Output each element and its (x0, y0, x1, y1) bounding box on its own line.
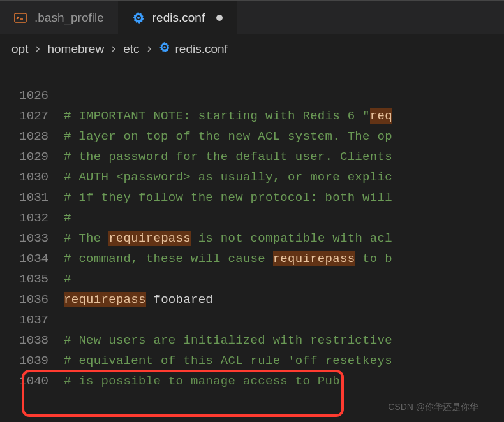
line-number: 1031 (0, 191, 64, 205)
code-content: # the password for the default user. Cli… (64, 150, 392, 164)
gear-icon (132, 11, 145, 24)
code-content: # New users are initialized with restric… (64, 333, 392, 347)
breadcrumb-item[interactable]: etc (123, 42, 139, 56)
line-number: 1030 (0, 170, 64, 184)
code-line[interactable]: 1026 (0, 85, 504, 106)
code-line[interactable]: 1031# if they follow the new protocol: b… (0, 187, 504, 208)
breadcrumb-item[interactable]: homebrew (47, 42, 104, 56)
code-content: requirepass foobared (64, 293, 213, 307)
code-content: # (64, 211, 71, 225)
code-line[interactable]: 1033# The requirepass is not compatible … (0, 228, 504, 249)
tab-bash-profile[interactable]: .bash_profile (0, 1, 118, 34)
code-line[interactable]: 1032# (0, 208, 504, 228)
code-line[interactable]: 1030# AUTH <password> as usually, or mor… (0, 167, 504, 187)
breadcrumb[interactable]: opt homebrew etc redis.conf (0, 35, 504, 62)
line-number: 1039 (0, 354, 64, 368)
dirty-indicator-icon (216, 15, 223, 21)
code-content: # command, these will cause requirepass … (64, 252, 392, 266)
tab-label: redis.conf (152, 11, 205, 25)
code-line[interactable]: 1027# IMPORTANT NOTE: starting with Redi… (0, 106, 504, 126)
breadcrumb-item[interactable]: redis.conf (175, 42, 228, 56)
line-number: 1037 (0, 313, 64, 327)
code-line[interactable]: 1035# (0, 269, 504, 289)
code-line[interactable]: 1029# the password for the default user.… (0, 147, 504, 167)
line-number: 1029 (0, 150, 64, 164)
code-content: # is possible to manage access to Pub (64, 374, 340, 388)
code-content: # layer on top of the new ACL system. Th… (64, 129, 392, 143)
line-number: 1040 (0, 374, 64, 388)
gear-icon (159, 41, 170, 56)
terminal-icon (14, 11, 27, 24)
code-line[interactable]: 1037 (0, 310, 504, 330)
watermark: CSDN @你华还是你华 (388, 402, 478, 413)
code-line[interactable]: 1036requirepass foobared (0, 289, 504, 310)
tab-label: .bash_profile (34, 11, 104, 25)
code-content: # (64, 272, 71, 286)
tab-bar: .bash_profile redis.conf (0, 1, 504, 35)
breadcrumb-item[interactable]: opt (11, 42, 28, 56)
code-content: # equivalent of this ACL rule 'off reset… (64, 354, 392, 368)
chevron-right-icon (145, 45, 154, 54)
chevron-right-icon (109, 45, 118, 54)
code-line[interactable] (0, 65, 504, 85)
line-number: 1026 (0, 89, 64, 103)
code-content: # IMPORTANT NOTE: starting with Redis 6 … (64, 109, 392, 123)
tab-redis-conf[interactable]: redis.conf (118, 1, 237, 34)
line-number: 1038 (0, 333, 64, 347)
line-number: 1036 (0, 293, 64, 307)
line-number: 1035 (0, 272, 64, 286)
code-line[interactable]: 1038# New users are initialized with res… (0, 330, 504, 351)
line-number: 1034 (0, 252, 64, 266)
line-number: 1032 (0, 211, 64, 225)
line-number: 1028 (0, 129, 64, 143)
code-line[interactable]: 1028# layer on top of the new ACL system… (0, 126, 504, 147)
code-editor[interactable]: 10261027# IMPORTANT NOTE: starting with … (0, 62, 504, 391)
line-number: 1027 (0, 109, 64, 123)
code-line[interactable]: 1039# equivalent of this ACL rule 'off r… (0, 351, 504, 371)
line-number: 1033 (0, 231, 64, 245)
code-line[interactable]: 1040# is possible to manage access to Pu… (0, 371, 504, 391)
svg-rect-0 (15, 13, 26, 22)
code-content: # The requirepass is not compatible with… (64, 231, 392, 245)
code-content: # if they follow the new protocol: both … (64, 191, 392, 205)
chevron-right-icon (33, 45, 42, 54)
code-content: # AUTH <password> as usually, or more ex… (64, 170, 392, 184)
code-line[interactable]: 1034# command, these will cause requirep… (0, 249, 504, 269)
